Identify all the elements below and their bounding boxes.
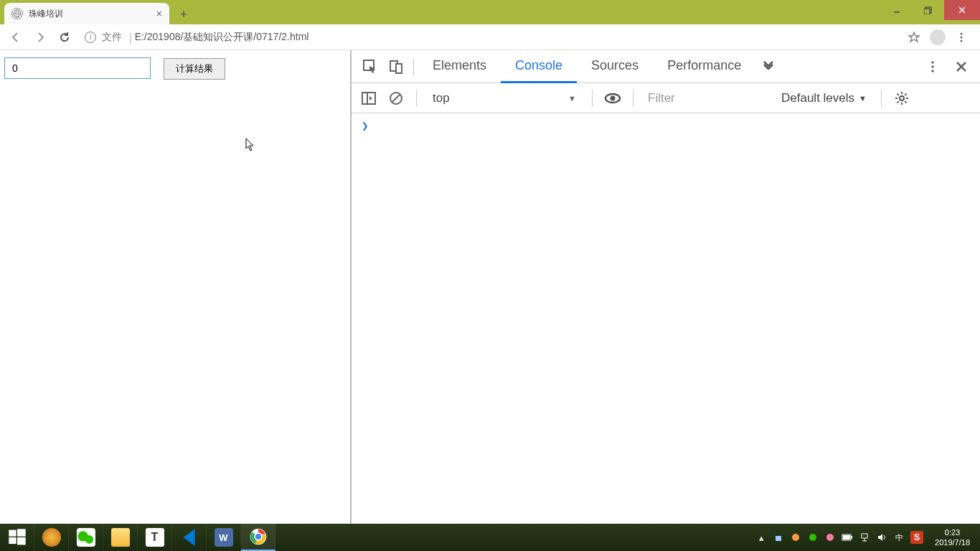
levels-label: Default levels — [781, 91, 854, 105]
console-settings-button[interactable] — [890, 87, 913, 110]
tab-elements[interactable]: Elements — [418, 50, 501, 83]
address-bar: i 文件 | E:/201908/基础知识公开课/0717/2.html — [0, 24, 980, 50]
browser-tab-bar: 珠峰培训 × + — [0, 0, 980, 24]
taskbar-app-vscode[interactable] — [172, 524, 207, 551]
tab-title: 珠峰培训 — [29, 8, 63, 20]
url-path: E:/201908/基础知识公开课/0717/2.html — [135, 31, 309, 44]
clock-date: 2019/7/18 — [935, 537, 970, 547]
window-maximize-button[interactable] — [913, 0, 944, 20]
chevron-down-icon: ▼ — [859, 94, 867, 103]
svg-point-8 — [961, 32, 963, 34]
context-select[interactable]: top ▼ — [425, 87, 583, 110]
svg-rect-43 — [862, 534, 867, 538]
tray-volume-icon[interactable] — [875, 531, 888, 544]
calculate-button[interactable]: 计算结果 — [164, 58, 225, 80]
svg-point-39 — [826, 534, 834, 541]
tray-clock[interactable]: 0:23 2019/7/18 — [928, 527, 977, 548]
svg-point-9 — [961, 36, 963, 38]
svg-rect-19 — [362, 93, 375, 104]
svg-rect-2 — [924, 9, 930, 14]
url-input[interactable]: i 文件 | E:/201908/基础知识公开课/0717/2.html — [77, 27, 903, 47]
taskbar-app-1[interactable] — [34, 524, 69, 551]
tab-sources[interactable]: Sources — [577, 50, 653, 83]
tray-icon-qq[interactable] — [789, 531, 802, 544]
device-toggle-button[interactable] — [383, 54, 409, 80]
svg-point-10 — [961, 39, 963, 42]
tab-close-button[interactable]: × — [156, 8, 162, 19]
svg-rect-36 — [776, 536, 781, 541]
forward-button[interactable] — [29, 26, 52, 49]
context-label: top — [433, 91, 450, 105]
svg-line-22 — [392, 94, 400, 103]
tray-ime-indicator[interactable]: 中 — [892, 532, 906, 543]
svg-point-15 — [931, 65, 934, 68]
live-expression-button[interactable] — [601, 87, 624, 110]
new-tab-button[interactable]: + — [174, 4, 194, 24]
reload-button[interactable] — [53, 26, 76, 49]
tray-show-hidden-icon[interactable]: ▴ — [755, 531, 768, 544]
taskbar-app-wechat[interactable] — [69, 524, 103, 551]
devtools-close-button[interactable] — [948, 54, 974, 80]
svg-point-38 — [809, 534, 816, 541]
devtools-menu-button[interactable] — [920, 54, 946, 80]
info-icon: i — [85, 32, 96, 43]
svg-point-25 — [900, 96, 904, 100]
url-label: 文件 — [102, 31, 122, 44]
clock-time: 0:23 — [935, 527, 970, 537]
more-tabs-button[interactable] — [755, 54, 781, 80]
browser-menu-button[interactable] — [951, 27, 971, 47]
taskbar-app-explorer[interactable] — [103, 524, 138, 551]
svg-rect-29 — [17, 537, 26, 545]
tab-performance[interactable]: Performance — [653, 50, 755, 83]
svg-rect-26 — [9, 530, 16, 537]
svg-rect-28 — [9, 537, 16, 544]
chevron-down-icon: ▼ — [568, 94, 576, 103]
svg-point-31 — [85, 535, 93, 544]
console-sidebar-toggle[interactable] — [357, 87, 380, 110]
svg-point-37 — [792, 534, 799, 541]
svg-point-24 — [611, 95, 616, 100]
filter-input[interactable]: Filter — [642, 91, 771, 105]
taskbar-app-chrome[interactable] — [241, 524, 275, 551]
svg-rect-42 — [843, 535, 850, 540]
browser-tab[interactable]: 珠峰培训 × — [4, 3, 169, 24]
console-prompt-icon: ❯ — [362, 119, 369, 133]
tray-icon-wechat[interactable] — [806, 531, 819, 544]
tray-icon-1[interactable] — [772, 531, 785, 544]
windows-taskbar: T W ▴ 中 S 0:23 2019/7/18 — [0, 524, 980, 551]
svg-point-14 — [931, 61, 934, 64]
window-close-button[interactable] — [944, 0, 980, 20]
console-output[interactable]: ❯ — [352, 113, 980, 524]
clear-console-button[interactable] — [385, 87, 407, 110]
number-input[interactable] — [4, 57, 151, 79]
page-content: 计算结果 — [0, 50, 352, 524]
svg-point-16 — [931, 70, 934, 72]
profile-avatar-button[interactable] — [930, 29, 946, 45]
svg-rect-41 — [851, 536, 852, 539]
svg-rect-27 — [17, 529, 26, 536]
inspect-element-button[interactable] — [357, 54, 383, 80]
tray-battery-icon[interactable] — [841, 531, 854, 544]
log-levels-select[interactable]: Default levels ▼ — [776, 91, 872, 105]
back-button[interactable] — [4, 26, 27, 49]
devtools-panel: Elements Console Sources Performance — [352, 50, 980, 524]
tab-console[interactable]: Console — [501, 50, 577, 83]
globe-icon — [11, 8, 23, 19]
bookmark-star-button[interactable] — [904, 27, 924, 47]
tray-icon-flower[interactable] — [824, 531, 837, 544]
tray-sogou-icon[interactable]: S — [910, 531, 923, 544]
window-minimize-button[interactable] — [881, 0, 913, 20]
taskbar-app-text[interactable]: T — [138, 524, 172, 551]
svg-rect-13 — [396, 64, 402, 73]
cursor-icon — [245, 138, 255, 152]
start-button[interactable] — [0, 524, 34, 551]
taskbar-app-wps[interactable]: W — [207, 524, 241, 551]
tray-network-icon[interactable] — [858, 531, 871, 544]
